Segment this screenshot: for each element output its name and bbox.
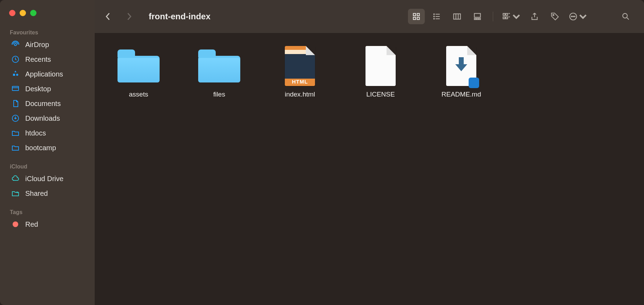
markdown-file-icon bbox=[438, 45, 484, 87]
svg-point-4 bbox=[16, 192, 18, 193]
svg-rect-2 bbox=[12, 86, 19, 91]
file-label: index.html bbox=[285, 91, 315, 98]
forward-button[interactable] bbox=[123, 10, 135, 23]
toolbar: front-end-index bbox=[95, 0, 644, 33]
file-label: files bbox=[213, 91, 225, 98]
icon-view-button[interactable] bbox=[408, 9, 425, 24]
svg-rect-12 bbox=[454, 14, 461, 19]
tag-dot-icon bbox=[11, 220, 20, 228]
svg-point-26 bbox=[623, 13, 627, 18]
html-file-icon: HTML bbox=[277, 45, 323, 87]
svg-rect-14 bbox=[474, 18, 476, 19]
close-button[interactable] bbox=[9, 10, 15, 16]
sidebar-item-label: htdocs bbox=[25, 129, 46, 137]
sidebar-item-tag-red[interactable]: Red bbox=[0, 217, 95, 232]
folder-icon bbox=[196, 45, 242, 87]
svg-rect-6 bbox=[417, 13, 420, 16]
share-button[interactable] bbox=[526, 9, 543, 24]
section-tags: Tags bbox=[0, 201, 95, 217]
group-by-button[interactable] bbox=[500, 9, 523, 24]
svg-point-24 bbox=[573, 16, 573, 17]
shared-folder-icon bbox=[11, 189, 20, 198]
airdrop-icon bbox=[11, 40, 20, 49]
file-label: README.md bbox=[442, 91, 481, 98]
search-button[interactable] bbox=[617, 9, 634, 24]
column-view-button[interactable] bbox=[449, 9, 465, 24]
back-button[interactable] bbox=[102, 10, 114, 23]
sidebar-item-documents[interactable]: Documents bbox=[0, 96, 95, 111]
svg-rect-20 bbox=[506, 17, 508, 19]
section-favourites: Favourites bbox=[0, 26, 95, 37]
sidebar-item-icloud-drive[interactable]: iCloud Drive bbox=[0, 171, 95, 186]
sidebar-item-htdocs[interactable]: htdocs bbox=[0, 126, 95, 140]
list-view-button[interactable] bbox=[428, 9, 445, 24]
sidebar-item-label: bootcamp bbox=[25, 144, 56, 152]
svg-point-21 bbox=[553, 14, 554, 15]
view-mode-group bbox=[408, 9, 486, 24]
action-menu-button[interactable] bbox=[567, 9, 589, 24]
main-area: front-end-index bbox=[95, 0, 644, 305]
sidebar-item-label: Desktop bbox=[25, 85, 51, 93]
svg-point-0 bbox=[14, 44, 16, 46]
sidebar-item-label: Downloads bbox=[25, 114, 60, 122]
sidebar-item-label: Recents bbox=[25, 55, 51, 64]
file-item-markdown[interactable]: README.md bbox=[428, 42, 495, 98]
sidebar-item-label: iCloud Drive bbox=[25, 175, 63, 183]
file-label: LICENSE bbox=[366, 91, 395, 98]
sidebar-item-applications[interactable]: Applications bbox=[0, 67, 95, 81]
chevron-down-icon bbox=[511, 12, 521, 21]
sidebar-item-shared[interactable]: Shared bbox=[0, 186, 95, 201]
svg-point-9 bbox=[434, 14, 434, 14]
zoom-button[interactable] bbox=[30, 10, 36, 16]
svg-rect-5 bbox=[413, 13, 416, 16]
svg-rect-13 bbox=[474, 13, 480, 17]
svg-point-10 bbox=[434, 16, 434, 17]
file-label: assets bbox=[129, 91, 148, 98]
folder-icon bbox=[116, 45, 161, 87]
cloud-icon bbox=[11, 174, 20, 183]
tag-button[interactable] bbox=[546, 9, 563, 24]
svg-rect-16 bbox=[479, 18, 480, 19]
separator bbox=[493, 12, 493, 21]
svg-point-23 bbox=[571, 16, 572, 17]
svg-point-25 bbox=[574, 16, 575, 17]
file-item-generic[interactable]: LICENSE bbox=[347, 42, 414, 98]
downloads-icon bbox=[11, 114, 20, 122]
svg-rect-18 bbox=[506, 13, 508, 15]
sidebar-item-recents[interactable]: Recents bbox=[0, 52, 95, 67]
sidebar-item-airdrop[interactable]: AirDrop bbox=[0, 37, 95, 52]
folder-icon bbox=[11, 144, 20, 152]
applications-icon bbox=[11, 70, 20, 78]
svg-rect-8 bbox=[417, 17, 420, 19]
minimize-button[interactable] bbox=[20, 10, 26, 16]
file-item-folder[interactable]: files bbox=[186, 42, 253, 98]
window-controls bbox=[0, 6, 95, 26]
sidebar-item-label: AirDrop bbox=[25, 41, 49, 49]
generic-file-icon bbox=[358, 45, 403, 87]
file-item-html[interactable]: HTML index.html bbox=[267, 42, 333, 98]
file-grid: assets files HTML index.html LICENSE bbox=[95, 33, 644, 305]
gallery-view-button[interactable] bbox=[469, 9, 486, 24]
sidebar-item-label: Documents bbox=[25, 100, 61, 108]
sidebar-item-label: Applications bbox=[25, 70, 63, 78]
svg-rect-19 bbox=[503, 17, 505, 19]
clock-icon bbox=[11, 55, 20, 64]
sidebar: Favourites AirDrop Recents Applications … bbox=[0, 0, 95, 305]
section-icloud: iCloud bbox=[0, 155, 95, 171]
file-item-folder[interactable]: assets bbox=[105, 42, 172, 98]
svg-rect-7 bbox=[413, 17, 416, 19]
svg-rect-15 bbox=[477, 18, 478, 19]
window-title: front-end-index bbox=[145, 12, 210, 21]
folder-icon bbox=[11, 129, 20, 137]
sidebar-item-label: Shared bbox=[25, 190, 48, 198]
sidebar-item-bootcamp[interactable]: bootcamp bbox=[0, 140, 95, 155]
chevron-down-icon bbox=[578, 12, 588, 21]
desktop-icon bbox=[11, 85, 20, 93]
svg-rect-17 bbox=[503, 13, 505, 15]
sidebar-item-label: Red bbox=[25, 220, 38, 228]
sidebar-item-desktop[interactable]: Desktop bbox=[0, 81, 95, 96]
svg-point-11 bbox=[434, 18, 434, 19]
nav-arrows bbox=[102, 10, 142, 23]
document-icon bbox=[11, 99, 20, 108]
sidebar-item-downloads[interactable]: Downloads bbox=[0, 111, 95, 126]
